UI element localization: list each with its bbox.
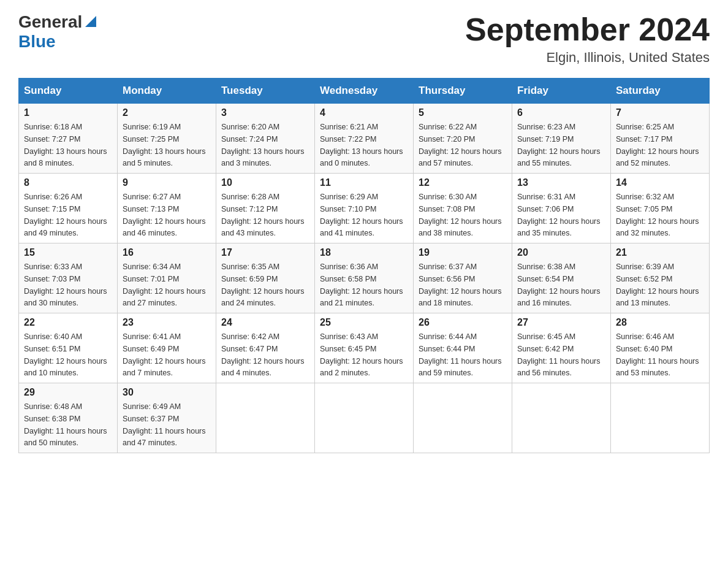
- calendar-cell: 4 Sunrise: 6:21 AMSunset: 7:22 PMDayligh…: [315, 104, 414, 174]
- calendar-cell: 10 Sunrise: 6:28 AMSunset: 7:12 PMDaylig…: [216, 174, 315, 243]
- day-number: 11: [320, 177, 408, 188]
- col-wednesday: Wednesday: [315, 79, 414, 104]
- day-number: 8: [24, 177, 112, 188]
- logo: General Blue: [18, 12, 97, 52]
- day-info: Sunrise: 6:32 AMSunset: 7:05 PMDaylight:…: [616, 193, 699, 237]
- col-friday: Friday: [512, 79, 611, 104]
- day-number: 25: [320, 317, 408, 328]
- calendar-cell: 20 Sunrise: 6:38 AMSunset: 6:54 PMDaylig…: [512, 243, 611, 313]
- day-info: Sunrise: 6:33 AMSunset: 7:03 PMDaylight:…: [24, 262, 107, 307]
- day-number: 21: [616, 247, 704, 258]
- calendar-cell: 28 Sunrise: 6:46 AMSunset: 6:40 PMDaylig…: [611, 313, 710, 383]
- day-number: 30: [123, 387, 211, 398]
- day-number: 3: [221, 107, 309, 118]
- day-number: 10: [221, 177, 309, 188]
- calendar-cell: 27 Sunrise: 6:45 AMSunset: 6:42 PMDaylig…: [512, 313, 611, 383]
- day-number: 27: [517, 317, 605, 328]
- calendar-body: 1 Sunrise: 6:18 AMSunset: 7:27 PMDayligh…: [19, 104, 710, 453]
- col-saturday: Saturday: [611, 79, 710, 104]
- day-info: Sunrise: 6:41 AMSunset: 6:49 PMDaylight:…: [123, 332, 206, 377]
- calendar-cell: 13 Sunrise: 6:31 AMSunset: 7:06 PMDaylig…: [512, 174, 611, 243]
- day-info: Sunrise: 6:40 AMSunset: 6:51 PMDaylight:…: [24, 332, 107, 377]
- logo-general-text: General: [18, 12, 82, 32]
- day-number: 20: [517, 247, 605, 258]
- day-info: Sunrise: 6:44 AMSunset: 6:44 PMDaylight:…: [419, 332, 502, 377]
- calendar-cell: 25 Sunrise: 6:43 AMSunset: 6:45 PMDaylig…: [315, 313, 414, 383]
- calendar-title: September 2024: [465, 12, 710, 47]
- col-monday: Monday: [118, 79, 216, 104]
- calendar-cell: [216, 383, 315, 453]
- calendar-cell: 12 Sunrise: 6:30 AMSunset: 7:08 PMDaylig…: [414, 174, 512, 243]
- day-info: Sunrise: 6:23 AMSunset: 7:19 PMDaylight:…: [517, 123, 601, 167]
- day-number: 9: [123, 177, 211, 188]
- calendar-cell: 6 Sunrise: 6:23 AMSunset: 7:19 PMDayligh…: [512, 104, 611, 174]
- calendar-cell: [414, 383, 512, 453]
- calendar-cell: 11 Sunrise: 6:29 AMSunset: 7:10 PMDaylig…: [315, 174, 414, 243]
- day-info: Sunrise: 6:31 AMSunset: 7:06 PMDaylight:…: [517, 193, 601, 237]
- day-info: Sunrise: 6:19 AMSunset: 7:25 PMDaylight:…: [123, 123, 206, 167]
- svg-marker-0: [85, 16, 96, 27]
- calendar-cell: 5 Sunrise: 6:22 AMSunset: 7:20 PMDayligh…: [414, 104, 512, 174]
- calendar-cell: [611, 383, 710, 453]
- day-number: 23: [123, 317, 211, 328]
- calendar-cell: 24 Sunrise: 6:42 AMSunset: 6:47 PMDaylig…: [216, 313, 315, 383]
- calendar-cell: 26 Sunrise: 6:44 AMSunset: 6:44 PMDaylig…: [414, 313, 512, 383]
- day-info: Sunrise: 6:35 AMSunset: 6:59 PMDaylight:…: [221, 262, 305, 307]
- calendar-week-5: 29 Sunrise: 6:48 AMSunset: 6:38 PMDaylig…: [19, 383, 710, 453]
- calendar-subtitle: Elgin, Illinois, United States: [465, 50, 710, 66]
- calendar-cell: 2 Sunrise: 6:19 AMSunset: 7:25 PMDayligh…: [118, 104, 216, 174]
- day-number: 1: [24, 107, 112, 118]
- day-number: 14: [616, 177, 704, 188]
- calendar-cell: 29 Sunrise: 6:48 AMSunset: 6:38 PMDaylig…: [19, 383, 118, 453]
- calendar-cell: 1 Sunrise: 6:18 AMSunset: 7:27 PMDayligh…: [19, 104, 118, 174]
- day-info: Sunrise: 6:34 AMSunset: 7:01 PMDaylight:…: [123, 262, 206, 307]
- col-sunday: Sunday: [19, 79, 118, 104]
- day-info: Sunrise: 6:49 AMSunset: 6:37 PMDaylight:…: [123, 402, 206, 447]
- calendar-cell: 3 Sunrise: 6:20 AMSunset: 7:24 PMDayligh…: [216, 104, 315, 174]
- day-info: Sunrise: 6:36 AMSunset: 6:58 PMDaylight:…: [320, 262, 403, 307]
- day-number: 13: [517, 177, 605, 188]
- calendar-week-2: 8 Sunrise: 6:26 AMSunset: 7:15 PMDayligh…: [19, 174, 710, 243]
- calendar-cell: 17 Sunrise: 6:35 AMSunset: 6:59 PMDaylig…: [216, 243, 315, 313]
- calendar-title-area: September 2024 Elgin, Illinois, United S…: [465, 12, 710, 66]
- day-info: Sunrise: 6:43 AMSunset: 6:45 PMDaylight:…: [320, 332, 403, 377]
- calendar-cell: [315, 383, 414, 453]
- day-info: Sunrise: 6:46 AMSunset: 6:40 PMDaylight:…: [616, 332, 699, 377]
- calendar-cell: 7 Sunrise: 6:25 AMSunset: 7:17 PMDayligh…: [611, 104, 710, 174]
- page-header: General Blue September 2024 Elgin, Illin…: [18, 12, 710, 66]
- calendar-week-1: 1 Sunrise: 6:18 AMSunset: 7:27 PMDayligh…: [19, 104, 710, 174]
- day-number: 28: [616, 317, 704, 328]
- day-number: 15: [24, 247, 112, 258]
- day-info: Sunrise: 6:25 AMSunset: 7:17 PMDaylight:…: [616, 123, 699, 167]
- calendar-cell: 23 Sunrise: 6:41 AMSunset: 6:49 PMDaylig…: [118, 313, 216, 383]
- day-number: 22: [24, 317, 112, 328]
- day-info: Sunrise: 6:39 AMSunset: 6:52 PMDaylight:…: [616, 262, 699, 307]
- calendar-week-3: 15 Sunrise: 6:33 AMSunset: 7:03 PMDaylig…: [19, 243, 710, 313]
- day-info: Sunrise: 6:48 AMSunset: 6:38 PMDaylight:…: [24, 402, 107, 447]
- day-info: Sunrise: 6:26 AMSunset: 7:15 PMDaylight:…: [24, 193, 107, 237]
- day-number: 29: [24, 387, 112, 398]
- calendar-cell: 14 Sunrise: 6:32 AMSunset: 7:05 PMDaylig…: [611, 174, 710, 243]
- day-info: Sunrise: 6:28 AMSunset: 7:12 PMDaylight:…: [221, 193, 305, 237]
- day-info: Sunrise: 6:22 AMSunset: 7:20 PMDaylight:…: [419, 123, 502, 167]
- day-number: 5: [419, 107, 507, 118]
- day-info: Sunrise: 6:30 AMSunset: 7:08 PMDaylight:…: [419, 193, 502, 237]
- day-info: Sunrise: 6:21 AMSunset: 7:22 PMDaylight:…: [320, 123, 403, 167]
- day-info: Sunrise: 6:42 AMSunset: 6:47 PMDaylight:…: [221, 332, 305, 377]
- calendar-week-4: 22 Sunrise: 6:40 AMSunset: 6:51 PMDaylig…: [19, 313, 710, 383]
- day-info: Sunrise: 6:27 AMSunset: 7:13 PMDaylight:…: [123, 193, 206, 237]
- calendar-cell: 9 Sunrise: 6:27 AMSunset: 7:13 PMDayligh…: [118, 174, 216, 243]
- day-info: Sunrise: 6:18 AMSunset: 7:27 PMDaylight:…: [24, 123, 107, 167]
- day-number: 16: [123, 247, 211, 258]
- col-thursday: Thursday: [414, 79, 512, 104]
- calendar-cell: 30 Sunrise: 6:49 AMSunset: 6:37 PMDaylig…: [118, 383, 216, 453]
- day-number: 19: [419, 247, 507, 258]
- day-info: Sunrise: 6:20 AMSunset: 7:24 PMDaylight:…: [221, 123, 305, 167]
- calendar-table: Sunday Monday Tuesday Wednesday Thursday…: [18, 78, 710, 453]
- col-tuesday: Tuesday: [216, 79, 315, 104]
- day-info: Sunrise: 6:37 AMSunset: 6:56 PMDaylight:…: [419, 262, 502, 307]
- day-info: Sunrise: 6:45 AMSunset: 6:42 PMDaylight:…: [517, 332, 601, 377]
- day-info: Sunrise: 6:29 AMSunset: 7:10 PMDaylight:…: [320, 193, 403, 237]
- calendar-header-row: Sunday Monday Tuesday Wednesday Thursday…: [19, 79, 710, 104]
- calendar-cell: 19 Sunrise: 6:37 AMSunset: 6:56 PMDaylig…: [414, 243, 512, 313]
